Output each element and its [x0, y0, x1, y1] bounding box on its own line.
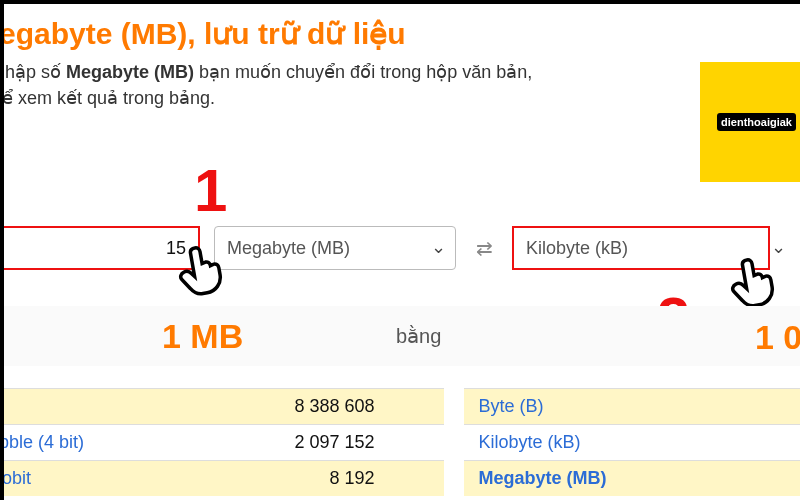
swap-icon[interactable]: ⇄	[470, 234, 498, 262]
unit-link[interactable]: Megabyte (MB)	[464, 468, 606, 489]
from-unit-select[interactable]: Megabyte (MB)	[214, 226, 456, 270]
table-row: Bit 8 388 608	[2, 388, 444, 424]
summary-right-value: 1 024	[755, 318, 800, 357]
callout-marker-1: 1	[194, 156, 227, 225]
table-row: Kilobyte (kB)	[464, 424, 800, 460]
unit-link[interactable]: Bit	[2, 396, 217, 417]
unit-value: 2 097 152	[217, 432, 434, 453]
converter-controls: Megabyte (MB) ⇄ Kilobyte (kB)	[2, 226, 796, 270]
pointer-hand-icon	[722, 248, 787, 313]
right-table: Byte (B) Kilobyte (kB) Megabyte (MB)	[444, 388, 800, 500]
table-row: Byte (B)	[464, 388, 800, 424]
unit-link[interactable]: Nibble (4 bit)	[2, 432, 217, 453]
unit-link[interactable]: Byte (B)	[464, 396, 543, 417]
summary-equals-label: bằng	[396, 324, 441, 348]
unit-value: 8 388 608	[217, 396, 434, 417]
unit-link[interactable]: Kilobit	[2, 468, 217, 489]
unit-link[interactable]: Kilobyte (kB)	[464, 432, 580, 453]
brand-banner: dienthoaigiak	[700, 62, 800, 182]
table-row: Nibble (4 bit) 2 097 152	[2, 424, 444, 460]
page-subtitle: Nhập số Megabyte (MB) bạn muốn chuyển đổ…	[2, 59, 552, 111]
page-title: Megabyte (MB), lưu trữ dữ liệu	[2, 16, 784, 51]
table-row: Megabyte (MB)	[464, 460, 800, 496]
summary-row: 1 MB bằng 1 024	[2, 306, 800, 366]
left-table: Bit 8 388 608 Nibble (4 bit) 2 097 152 K…	[2, 388, 444, 500]
pointer-hand-icon	[170, 236, 235, 301]
brand-label: dienthoaigiak	[717, 113, 796, 131]
subtitle-bold: Megabyte (MB)	[66, 62, 194, 82]
summary-left-value: 1 MB	[2, 317, 396, 356]
table-row: Kilobit 8 192	[2, 460, 444, 496]
results-tables: Bit 8 388 608 Nibble (4 bit) 2 097 152 K…	[2, 388, 800, 500]
subtitle-prefix: Nhập số	[2, 62, 66, 82]
unit-value: 8 192	[217, 468, 434, 489]
